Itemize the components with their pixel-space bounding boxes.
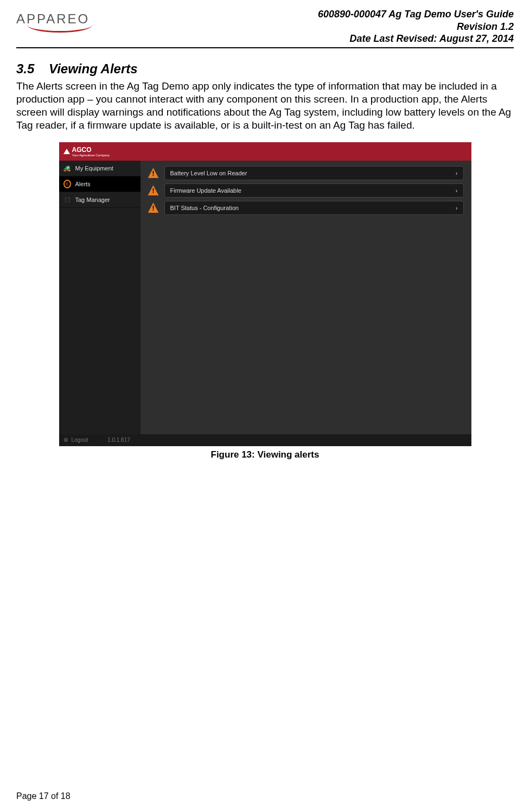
sidebar-item-my-equipment[interactable]: 🚜 My Equipment (59, 161, 141, 176)
logout-link[interactable]: Logout (72, 437, 88, 443)
gear-icon[interactable]: ⚙ (63, 437, 68, 443)
alert-pill[interactable]: Firmware Update Available › (164, 183, 464, 198)
sidebar-item-label: Alerts (75, 181, 91, 187)
chevron-right-icon: › (456, 187, 458, 194)
app-body: 🚜 My Equipment ! Alerts ⬚ Tag Manager ! … (59, 161, 471, 434)
warning-triangle-icon: ! (148, 202, 159, 213)
tag-icon: ⬚ (63, 196, 71, 204)
alert-label: BIT Status - Configuration (170, 205, 239, 211)
alert-row[interactable]: ! Firmware Update Available › (148, 183, 464, 198)
sidebar-item-tag-manager[interactable]: ⬚ Tag Manager (59, 192, 141, 208)
alert-row[interactable]: ! BIT Status - Configuration › (148, 201, 464, 215)
figure-caption: Figure 13: Viewing alerts (16, 449, 514, 460)
version-text: 1.0.1.617 (107, 437, 130, 443)
section-heading: 3.5 Viewing Alerts (16, 61, 514, 77)
page-header: APPAREO 600890-000047 Ag Tag Demo User's… (16, 8, 514, 48)
chevron-right-icon: › (456, 170, 458, 176)
agco-tagline: Your Agriculture Company (72, 154, 110, 157)
warning-triangle-icon: ! (148, 185, 159, 195)
app-screenshot: AGCO Your Agriculture Company 🚜 My Equip… (59, 142, 471, 446)
app-header-bar: AGCO Your Agriculture Company (59, 142, 471, 161)
appareo-logo: APPAREO (16, 8, 90, 27)
alert-label: Firmware Update Available (170, 187, 241, 194)
agco-triangle-icon (63, 149, 70, 154)
sidebar-item-alerts[interactable]: ! Alerts (59, 176, 141, 192)
alert-circle-icon: ! (63, 180, 71, 188)
page-number: Page 17 of 18 (16, 791, 71, 801)
header-meta: 600890-000047 Ag Tag Demo User's Guide R… (318, 8, 514, 45)
alert-pill[interactable]: Battery Level Low on Reader › (164, 166, 464, 180)
tractor-icon: 🚜 (63, 164, 71, 172)
agco-brand-text: AGCO (72, 146, 92, 154)
doc-revision: Revision 1.2 (318, 21, 514, 33)
agco-logo: AGCO Your Agriculture Company (63, 146, 110, 157)
alert-pill[interactable]: BIT Status - Configuration › (164, 201, 464, 215)
alert-row[interactable]: ! Battery Level Low on Reader › (148, 166, 464, 180)
logo-arc (27, 23, 92, 33)
section-number: 3.5 (16, 61, 34, 76)
section-body: The Alerts screen in the Ag Tag Demo app… (16, 80, 514, 132)
warning-triangle-icon: ! (148, 168, 159, 178)
chevron-right-icon: › (456, 205, 458, 211)
sidebar-item-label: My Equipment (75, 165, 113, 172)
alerts-panel: ! Battery Level Low on Reader › ! Firmwa… (141, 161, 471, 434)
alert-label: Battery Level Low on Reader (170, 170, 247, 176)
sidebar-item-label: Tag Manager (75, 196, 110, 203)
doc-date: Date Last Revised: August 27, 2014 (318, 33, 514, 45)
app-footer: ⚙ Logout 1.0.1.617 (59, 434, 471, 446)
sidebar: 🚜 My Equipment ! Alerts ⬚ Tag Manager (59, 161, 141, 434)
doc-title: 600890-000047 Ag Tag Demo User's Guide (318, 8, 514, 21)
section-title: Viewing Alerts (49, 61, 138, 76)
